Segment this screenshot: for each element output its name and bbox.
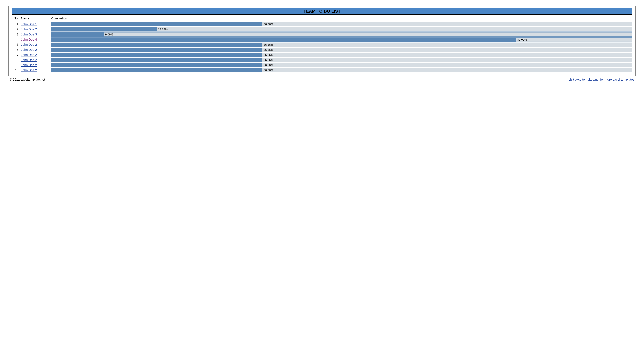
- progress-bar: 80.00%: [51, 38, 632, 42]
- row-number: 3: [12, 33, 20, 36]
- completion-cell: 36.36%: [51, 22, 632, 27]
- page-title: TEAM TO DO LIST: [12, 8, 632, 15]
- header-no: No: [12, 16, 20, 22]
- row-number: 7: [12, 53, 20, 57]
- row-name: John Doe 2: [21, 53, 49, 57]
- progress-fill: [51, 48, 262, 52]
- progress-label: 80.00%: [516, 38, 527, 41]
- progress-bar: 36.36%: [51, 48, 632, 52]
- header-completion: Completion: [51, 16, 632, 22]
- completion-cell: 36.36%: [51, 68, 632, 73]
- row-name: John Doe 2: [21, 48, 49, 52]
- progress-fill: [51, 68, 262, 72]
- progress-label: 36.36%: [262, 64, 273, 67]
- name-link[interactable]: John Doe 2: [21, 68, 37, 72]
- progress-bar: 36.36%: [51, 43, 632, 47]
- data-grid: No Name Completion 1John Doe 136.36%2Joh…: [12, 16, 632, 73]
- completion-cell: 36.36%: [51, 63, 632, 68]
- name-link[interactable]: John Doe 2: [21, 28, 37, 31]
- footer: © 2011 exceltemplate.net visit exceltemp…: [8, 76, 636, 81]
- completion-cell: 36.36%: [51, 57, 632, 63]
- footer-link[interactable]: visit exceltemplate.net for more excel t…: [569, 78, 634, 81]
- name-link[interactable]: John Doe 2: [21, 53, 37, 57]
- name-link[interactable]: John Doe 3: [21, 33, 37, 36]
- row-name: John Doe 3: [21, 33, 49, 36]
- row-name: John Doe 4: [21, 38, 49, 41]
- row-name: John Doe 2: [21, 58, 49, 62]
- row-number: 2: [12, 28, 20, 31]
- row-number: 1: [12, 23, 20, 26]
- progress-label: 36.36%: [262, 48, 273, 52]
- completion-cell: 36.36%: [51, 42, 632, 47]
- progress-label: 18.18%: [156, 28, 168, 31]
- completion-cell: 80.00%: [51, 37, 632, 42]
- completion-cell: 36.36%: [51, 52, 632, 57]
- progress-fill: [51, 38, 516, 42]
- progress-fill: [51, 27, 156, 31]
- progress-bar: 36.36%: [51, 58, 632, 62]
- row-number: 6: [12, 48, 20, 52]
- progress-bar: 18.18%: [51, 27, 632, 32]
- row-number: 9: [12, 63, 20, 67]
- progress-fill: [51, 22, 262, 26]
- name-link[interactable]: John Doe 2: [21, 58, 37, 62]
- progress-label: 36.36%: [262, 53, 273, 57]
- progress-bar: 36.36%: [51, 53, 632, 57]
- copyright-text: © 2011 exceltemplate.net: [10, 78, 45, 81]
- name-link[interactable]: John Doe 4: [21, 38, 37, 41]
- name-link[interactable]: John Doe 2: [21, 48, 37, 52]
- progress-label: 36.36%: [262, 58, 273, 62]
- progress-bar: 9.09%: [51, 32, 632, 37]
- progress-bar: 36.36%: [51, 63, 632, 67]
- progress-fill: [51, 43, 262, 47]
- completion-cell: 18.18%: [51, 27, 632, 32]
- progress-label: 9.09%: [104, 33, 113, 36]
- name-link[interactable]: John Doe 2: [21, 43, 37, 46]
- completion-cell: 36.36%: [51, 47, 632, 52]
- progress-fill: [51, 58, 262, 62]
- progress-label: 36.36%: [262, 69, 273, 72]
- progress-bar: 36.36%: [51, 22, 632, 26]
- progress-label: 36.36%: [262, 43, 273, 46]
- row-number: 10: [12, 68, 20, 72]
- header-name: Name: [21, 16, 49, 22]
- name-link[interactable]: John Doe 1: [21, 23, 37, 26]
- progress-fill: [51, 33, 104, 37]
- row-name: John Doe 2: [21, 68, 49, 72]
- row-name: John Doe 2: [21, 28, 49, 31]
- progress-fill: [51, 53, 262, 57]
- row-name: John Doe 2: [21, 63, 49, 67]
- progress-label: 36.36%: [262, 23, 273, 26]
- row-number: 5: [12, 43, 20, 47]
- completion-cell: 9.09%: [51, 32, 632, 37]
- row-number: 8: [12, 58, 20, 62]
- row-name: John Doe 1: [21, 23, 49, 26]
- row-number: 4: [12, 38, 20, 41]
- main-frame: TEAM TO DO LIST No Name Completion 1John…: [8, 6, 636, 76]
- progress-fill: [51, 63, 262, 67]
- name-link[interactable]: John Doe 2: [21, 63, 37, 67]
- row-name: John Doe 2: [21, 43, 49, 47]
- progress-bar: 36.36%: [51, 68, 632, 72]
